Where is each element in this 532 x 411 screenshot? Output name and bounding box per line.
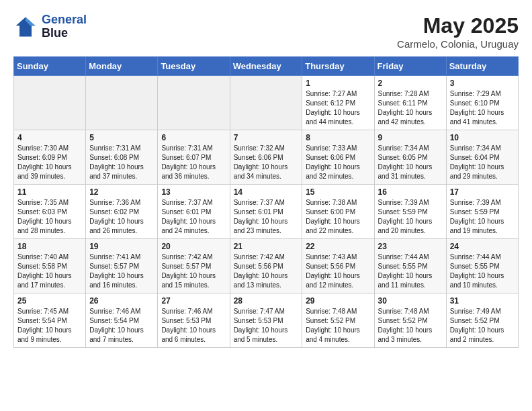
calendar-cell: 8Sunrise: 7:33 AM Sunset: 6:06 PM Daylig…: [302, 130, 374, 185]
week-row-2: 4Sunrise: 7:30 AM Sunset: 6:09 PM Daylig…: [14, 130, 519, 185]
day-info: Sunrise: 7:42 AM Sunset: 5:56 PM Dayligh…: [234, 253, 299, 290]
calendar-cell: 25Sunrise: 7:45 AM Sunset: 5:54 PM Dayli…: [14, 293, 86, 348]
calendar-cell: 6Sunrise: 7:31 AM Sunset: 6:07 PM Daylig…: [158, 130, 230, 185]
day-number: 3: [450, 79, 515, 88]
day-number: 25: [17, 296, 82, 306]
calendar-cell: 23Sunrise: 7:44 AM Sunset: 5:55 PM Dayli…: [374, 239, 446, 293]
calendar-cell: 1Sunrise: 7:27 AM Sunset: 6:12 PM Daylig…: [302, 76, 374, 130]
day-number: 2: [378, 79, 443, 88]
logo-blue: Blue: [42, 26, 68, 40]
day-number: 13: [161, 187, 226, 197]
day-info: Sunrise: 7:42 AM Sunset: 5:57 PM Dayligh…: [161, 253, 226, 290]
day-info: Sunrise: 7:36 AM Sunset: 6:02 PM Dayligh…: [89, 198, 154, 236]
day-info: Sunrise: 7:39 AM Sunset: 5:59 PM Dayligh…: [378, 198, 443, 236]
day-number: 11: [17, 187, 82, 197]
day-number: 21: [234, 242, 299, 251]
day-number: 9: [378, 133, 443, 142]
day-info: Sunrise: 7:48 AM Sunset: 5:52 PM Dayligh…: [378, 307, 443, 345]
calendar-cell: 11Sunrise: 7:35 AM Sunset: 6:03 PM Dayli…: [14, 185, 86, 239]
week-row-5: 25Sunrise: 7:45 AM Sunset: 5:54 PM Dayli…: [14, 293, 519, 348]
day-number: 31: [450, 296, 515, 306]
day-info: Sunrise: 7:38 AM Sunset: 6:00 PM Dayligh…: [306, 198, 370, 236]
calendar-cell: 28Sunrise: 7:47 AM Sunset: 5:53 PM Dayli…: [230, 293, 302, 348]
page-header: General Blue May 2025 Carmelo, Colonia, …: [13, 13, 519, 50]
logo-general: General: [42, 13, 87, 26]
weekday-header-row: SundayMondayTuesdayWednesdayThursdayFrid…: [14, 57, 519, 76]
weekday-header-thursday: Thursday: [302, 57, 374, 76]
day-number: 22: [306, 242, 370, 251]
calendar-cell: 18Sunrise: 7:40 AM Sunset: 5:58 PM Dayli…: [14, 239, 86, 293]
day-number: 14: [234, 187, 299, 197]
day-info: Sunrise: 7:39 AM Sunset: 5:59 PM Dayligh…: [450, 198, 515, 236]
day-info: Sunrise: 7:34 AM Sunset: 6:04 PM Dayligh…: [450, 144, 515, 181]
day-info: Sunrise: 7:32 AM Sunset: 6:06 PM Dayligh…: [234, 144, 299, 181]
location: Carmelo, Colonia, Uruguay: [397, 38, 519, 50]
calendar-cell: 21Sunrise: 7:42 AM Sunset: 5:56 PM Dayli…: [230, 239, 302, 293]
day-info: Sunrise: 7:41 AM Sunset: 5:57 PM Dayligh…: [89, 253, 154, 290]
day-info: Sunrise: 7:33 AM Sunset: 6:06 PM Dayligh…: [306, 144, 370, 181]
day-info: Sunrise: 7:28 AM Sunset: 6:11 PM Dayligh…: [378, 89, 443, 127]
day-info: Sunrise: 7:35 AM Sunset: 6:03 PM Dayligh…: [17, 198, 82, 236]
calendar-cell: 29Sunrise: 7:48 AM Sunset: 5:52 PM Dayli…: [302, 293, 374, 348]
day-info: Sunrise: 7:31 AM Sunset: 6:07 PM Dayligh…: [161, 144, 226, 181]
day-info: Sunrise: 7:27 AM Sunset: 6:12 PM Dayligh…: [306, 89, 370, 127]
day-number: 1: [306, 79, 370, 88]
day-info: Sunrise: 7:46 AM Sunset: 5:53 PM Dayligh…: [161, 307, 226, 345]
day-number: 6: [161, 133, 226, 142]
calendar-cell: 31Sunrise: 7:49 AM Sunset: 5:52 PM Dayli…: [446, 293, 518, 348]
calendar-cell: 14Sunrise: 7:37 AM Sunset: 6:01 PM Dayli…: [230, 185, 302, 239]
day-info: Sunrise: 7:37 AM Sunset: 6:01 PM Dayligh…: [161, 198, 226, 236]
week-row-1: 1Sunrise: 7:27 AM Sunset: 6:12 PM Daylig…: [14, 76, 519, 130]
day-number: 15: [306, 187, 370, 197]
day-number: 18: [17, 242, 82, 251]
weekday-header-saturday: Saturday: [446, 57, 518, 76]
calendar-cell: 15Sunrise: 7:38 AM Sunset: 6:00 PM Dayli…: [302, 185, 374, 239]
calendar-cell: 2Sunrise: 7:28 AM Sunset: 6:11 PM Daylig…: [374, 76, 446, 130]
day-info: Sunrise: 7:40 AM Sunset: 5:58 PM Dayligh…: [17, 253, 82, 290]
day-info: Sunrise: 7:30 AM Sunset: 6:09 PM Dayligh…: [17, 144, 82, 181]
calendar-cell: 3Sunrise: 7:29 AM Sunset: 6:10 PM Daylig…: [446, 76, 518, 130]
calendar-cell: 20Sunrise: 7:42 AM Sunset: 5:57 PM Dayli…: [158, 239, 230, 293]
day-number: 24: [450, 242, 515, 251]
title-block: May 2025 Carmelo, Colonia, Uruguay: [397, 13, 519, 50]
weekday-header-wednesday: Wednesday: [230, 57, 302, 76]
day-info: Sunrise: 7:46 AM Sunset: 5:54 PM Dayligh…: [89, 307, 154, 345]
day-info: Sunrise: 7:47 AM Sunset: 5:53 PM Dayligh…: [234, 307, 299, 345]
month-year: May 2025: [397, 13, 519, 38]
logo: General Blue: [13, 13, 87, 40]
calendar-cell: [230, 76, 302, 130]
day-number: 29: [306, 296, 370, 306]
day-info: Sunrise: 7:29 AM Sunset: 6:10 PM Dayligh…: [450, 89, 515, 127]
day-number: 8: [306, 133, 370, 142]
day-info: Sunrise: 7:44 AM Sunset: 5:55 PM Dayligh…: [450, 253, 515, 290]
day-number: 17: [450, 187, 515, 197]
calendar-cell: [14, 76, 86, 130]
calendar-cell: 10Sunrise: 7:34 AM Sunset: 6:04 PM Dayli…: [446, 130, 518, 185]
day-number: 10: [450, 133, 515, 142]
calendar-cell: 30Sunrise: 7:48 AM Sunset: 5:52 PM Dayli…: [374, 293, 446, 348]
day-number: 20: [161, 242, 226, 251]
day-info: Sunrise: 7:44 AM Sunset: 5:55 PM Dayligh…: [378, 253, 443, 290]
day-number: 16: [378, 187, 443, 197]
day-number: 4: [17, 133, 82, 142]
calendar-cell: 7Sunrise: 7:32 AM Sunset: 6:06 PM Daylig…: [230, 130, 302, 185]
day-number: 27: [161, 296, 226, 306]
calendar-cell: 22Sunrise: 7:43 AM Sunset: 5:56 PM Dayli…: [302, 239, 374, 293]
day-number: 7: [234, 133, 299, 142]
weekday-header-tuesday: Tuesday: [158, 57, 230, 76]
day-number: 30: [378, 296, 443, 306]
weekday-header-monday: Monday: [86, 57, 158, 76]
day-info: Sunrise: 7:37 AM Sunset: 6:01 PM Dayligh…: [234, 198, 299, 236]
day-number: 23: [378, 242, 443, 251]
day-info: Sunrise: 7:49 AM Sunset: 5:52 PM Dayligh…: [450, 307, 515, 345]
day-info: Sunrise: 7:31 AM Sunset: 6:08 PM Dayligh…: [89, 144, 154, 181]
calendar-cell: [158, 76, 230, 130]
calendar-cell: 16Sunrise: 7:39 AM Sunset: 5:59 PM Dayli…: [374, 185, 446, 239]
calendar-cell: 19Sunrise: 7:41 AM Sunset: 5:57 PM Dayli…: [86, 239, 158, 293]
calendar-cell: 4Sunrise: 7:30 AM Sunset: 6:09 PM Daylig…: [14, 130, 86, 185]
day-info: Sunrise: 7:43 AM Sunset: 5:56 PM Dayligh…: [306, 253, 370, 290]
day-number: 26: [89, 296, 154, 306]
day-number: 5: [89, 133, 154, 142]
calendar-cell: 12Sunrise: 7:36 AM Sunset: 6:02 PM Dayli…: [86, 185, 158, 239]
calendar-cell: 13Sunrise: 7:37 AM Sunset: 6:01 PM Dayli…: [158, 185, 230, 239]
